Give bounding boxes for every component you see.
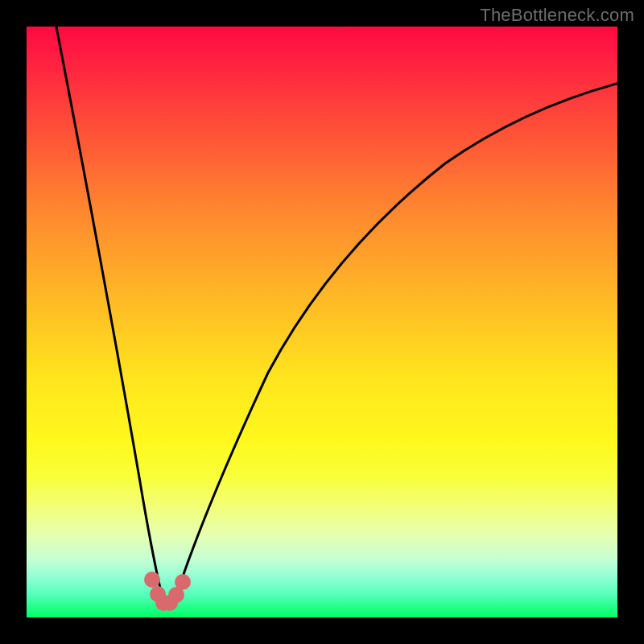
marker-dot	[144, 572, 160, 588]
minimum-markers	[144, 572, 191, 611]
chart-frame: TheBottleneck.com	[0, 0, 644, 644]
curve-left-branch	[55, 27, 167, 608]
marker-dot	[175, 574, 191, 590]
bottleneck-curve	[27, 27, 617, 617]
plot-area	[27, 27, 617, 617]
watermark-text: TheBottleneck.com	[480, 5, 634, 26]
curve-right-branch	[167, 81, 617, 608]
